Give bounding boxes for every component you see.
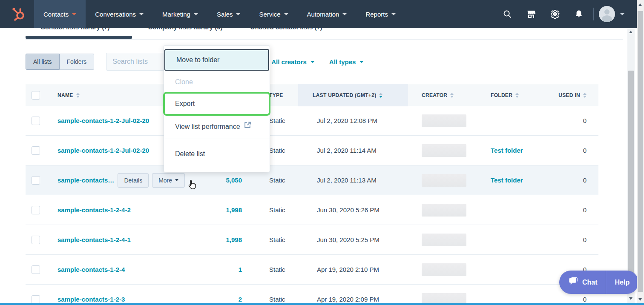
chevron-down-icon [310, 61, 315, 63]
list-type: Static [246, 206, 298, 214]
scrollbar-thumb[interactable] [638, 11, 643, 292]
column-header-folder[interactable]: FOLDER [481, 84, 549, 106]
all-lists-button[interactable]: All lists [26, 54, 60, 70]
list-type: Static [246, 296, 298, 303]
sort-icon[interactable] [76, 93, 80, 98]
sort-icon[interactable] [515, 93, 519, 98]
sort-icon[interactable] [583, 93, 586, 98]
row-checkbox[interactable] [32, 295, 40, 304]
list-size[interactable]: 1,998 [209, 236, 246, 243]
row-checkbox[interactable] [32, 176, 40, 185]
scroll-up-arrow[interactable] [629, 31, 632, 33]
list-name-link[interactable]: sample-contacts-1-2-Jul-02-20 [58, 147, 149, 154]
details-button[interactable]: Details [118, 173, 149, 188]
scrollbar-thumb[interactable] [628, 71, 634, 274]
all-types-dropdown[interactable]: All types [329, 58, 364, 66]
avatar[interactable] [599, 6, 615, 22]
lists-table: NAME TYPE LAST UPDATED (GMT+2) CREATOR F… [26, 84, 598, 305]
folder-link[interactable]: Test folder [491, 177, 523, 184]
chevron-down-icon [72, 13, 76, 15]
folder-link[interactable]: Test folder [491, 147, 523, 154]
nav-item-label: Marketing [162, 11, 190, 18]
column-header-used-in[interactable]: USED IN [549, 84, 598, 106]
list-type: Static [246, 236, 298, 243]
chevron-down-icon [236, 13, 240, 15]
list-name-link[interactable]: sample-contacts-1-2-4-1 [58, 236, 131, 243]
nav-right-icons [495, 0, 644, 28]
table-row: sample-contacts-1-2-Jul-02-20 DetailsMor… [26, 136, 598, 165]
notifications-bell-icon[interactable] [567, 0, 591, 28]
list-name-link[interactable]: sample-contacts-1-2-4 [58, 266, 125, 273]
list-name-link[interactable]: sample-contacts-1-2-Jul-02-20 [58, 117, 149, 124]
primary-nav-items: Contacts Conversations Marketing Sales [34, 0, 405, 28]
view-toggle: All lists Folders [26, 54, 94, 70]
row-checkbox[interactable] [32, 146, 40, 155]
scroll-down-arrow[interactable] [629, 297, 632, 300]
nav-item[interactable]: Marketing [153, 0, 207, 28]
column-header-last-updated[interactable]: LAST UPDATED (GMT+2) [298, 84, 408, 106]
table-row: sample-contacts-1-2-4-2 DetailsMore 1,99… [26, 195, 598, 225]
list-type: Static [246, 266, 298, 273]
settings-gear-icon[interactable] [543, 0, 567, 28]
scroll-down-arrow[interactable] [638, 298, 642, 301]
menu-item[interactable]: Clone [164, 71, 270, 93]
list-size[interactable]: 5,050 [209, 177, 246, 184]
list-name-link[interactable]: sample-contacts-1-2-3 [58, 296, 125, 303]
active-tab-underline [26, 36, 132, 39]
menu-item[interactable]: Export [164, 93, 270, 115]
menu-item[interactable]: Delete list [164, 139, 270, 168]
used-in-count: 0 [549, 236, 598, 243]
sort-icon-active[interactable] [379, 93, 382, 98]
list-size[interactable]: 1 [209, 266, 246, 273]
row-checkbox[interactable] [32, 265, 40, 274]
folders-button[interactable]: Folders [60, 54, 95, 70]
row-checkbox[interactable] [32, 117, 40, 125]
list-size[interactable]: 2 [209, 296, 246, 303]
column-header-creator[interactable]: CREATOR [408, 84, 481, 106]
list-name-link[interactable]: sample-contacts… [58, 177, 114, 184]
last-updated: Jul 2, 2020 12:08 PM [298, 117, 408, 124]
chevron-down-icon [359, 61, 364, 63]
account-chevron-down-icon[interactable] [620, 13, 624, 15]
more-button[interactable]: More [152, 173, 185, 188]
table-row: sample-contacts-1-2-4-1 DetailsMore 1,99… [26, 225, 598, 255]
creator-redacted [422, 234, 466, 246]
nav-item[interactable]: Reports [356, 0, 405, 28]
browser-scrollbar[interactable] [637, 0, 644, 305]
table-row: sample-contacts… DetailsMore 5,050 Stati… [26, 165, 598, 195]
nav-item[interactable]: Conversations [86, 0, 153, 28]
search-icon[interactable] [495, 0, 519, 28]
list-name-link[interactable]: sample-contacts-1-2-4-2 [58, 206, 131, 214]
nav-item-label: Sales [217, 11, 233, 18]
used-in-count: 0 [549, 147, 598, 154]
lists-tab[interactable]: Contact lists library (7) [40, 28, 110, 31]
nav-item[interactable]: Service [250, 0, 297, 28]
row-checkbox[interactable] [32, 236, 40, 244]
top-nav: Contacts Conversations Marketing Sales [0, 0, 644, 28]
chat-label: Chat [582, 279, 598, 286]
lists-tab[interactable]: Unused contact lists (7) [250, 28, 322, 31]
menu-item[interactable]: Move to folder [164, 49, 269, 71]
nav-item[interactable]: Sales [207, 0, 250, 28]
help-button[interactable]: Help [606, 271, 639, 294]
scroll-up-arrow[interactable] [638, 3, 642, 6]
nav-item[interactable]: Automation [298, 0, 356, 28]
window-bottom-border [0, 303, 644, 305]
row-checkbox[interactable] [32, 206, 40, 214]
lists-tab[interactable]: Company lists library (0) [148, 28, 223, 31]
chevron-down-icon [391, 13, 396, 15]
marketplace-icon[interactable] [519, 0, 543, 28]
all-creators-dropdown[interactable]: All creators [271, 58, 315, 66]
chevron-down-icon [342, 13, 347, 15]
table-row: sample-contacts-1-2-4 DetailsMore 1 Stat… [26, 255, 598, 285]
inner-scrollbar[interactable] [627, 28, 635, 303]
menu-item-label: View list performance [175, 123, 240, 130]
hubspot-logo-icon[interactable] [11, 6, 26, 22]
menu-item[interactable]: View list performance [164, 115, 270, 139]
sort-icon[interactable] [450, 93, 454, 98]
last-updated: Jun 30, 2020 5:25 PM [298, 236, 408, 243]
nav-item[interactable]: Contacts [34, 0, 86, 28]
chat-button[interactable]: Chat [559, 271, 606, 294]
list-size[interactable]: 1,998 [209, 206, 246, 214]
select-all-checkbox[interactable] [32, 91, 40, 100]
